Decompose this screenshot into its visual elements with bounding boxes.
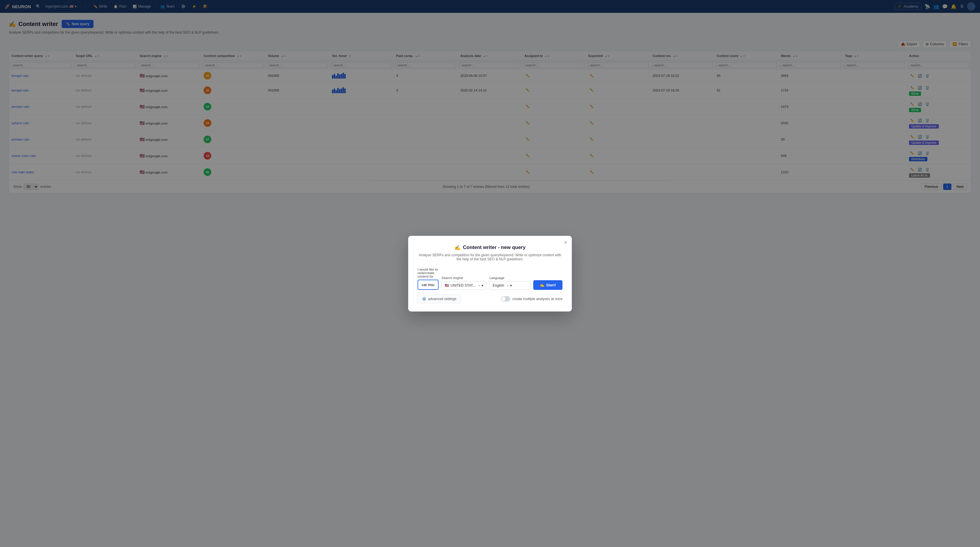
modal-overlay[interactable]: × ✍️ Content writer - new query Analyse … [0, 0, 980, 200]
